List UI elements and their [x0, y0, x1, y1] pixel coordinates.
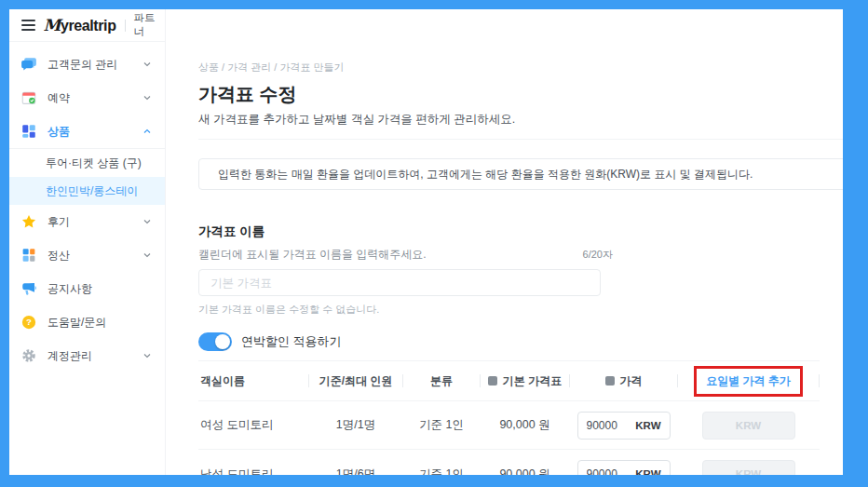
- partner-label: 파트너: [134, 11, 166, 39]
- chat-icon: [20, 56, 37, 73]
- col-header-room: 객실이름: [198, 373, 308, 389]
- sidebar-item-label: 후기: [47, 214, 131, 230]
- grid-icon: [20, 123, 37, 140]
- app-header: Myrealtrip 파트너: [9, 9, 165, 42]
- header-divider: [125, 20, 126, 32]
- chevron-down-icon: [142, 92, 153, 103]
- sidebar-item-label: 계정관리: [47, 348, 131, 364]
- sidebar-item-settlement[interactable]: 정산: [9, 238, 165, 272]
- room-name: 남성 도미토리: [198, 467, 308, 476]
- help-icon: ?: [20, 314, 37, 331]
- base-price: 90,000 원: [481, 417, 569, 433]
- sidebar-item-products[interactable]: 상품: [9, 115, 165, 148]
- page-subtitle: 새 가격표를 추가하고 날짜별 객실 가격을 편하게 관리하세요.: [198, 112, 843, 128]
- base-price: 90,000 원: [481, 467, 569, 476]
- sidebar-item-customer-inquiries[interactable]: 고객문의 관리: [9, 47, 165, 81]
- col-header-base-price: 기본 가격표: [481, 373, 569, 389]
- legend-square-icon: [605, 376, 615, 386]
- sidebar-item-label: 공지사항: [47, 281, 153, 297]
- chevron-down-icon: [142, 250, 153, 261]
- col-header-price: 가격: [570, 373, 677, 389]
- svg-text:?: ?: [26, 317, 32, 327]
- price-input[interactable]: [587, 419, 635, 432]
- sidebar-item-reservations[interactable]: 예약: [9, 81, 165, 115]
- sidebar-subitem-tour-ticket[interactable]: 투어·티켓 상품 (구): [9, 149, 165, 177]
- chevron-down-icon: [142, 59, 153, 70]
- chevron-down-icon: [142, 350, 153, 361]
- gear-icon: [20, 347, 37, 364]
- sidebar-item-label: 고객문의 관리: [47, 57, 131, 73]
- sidebar-item-label: 도움말/문의: [47, 315, 153, 331]
- app-logo[interactable]: Myrealtrip: [44, 16, 116, 34]
- currency-label: KRW: [635, 420, 660, 431]
- add-weekday-price-button[interactable]: 요일별 가격 추가: [706, 374, 791, 387]
- sidebar-item-label: 정산: [47, 248, 131, 264]
- toggle-label: 연박할인 적용하기: [241, 333, 342, 350]
- currency-label: KRW: [635, 468, 660, 475]
- calendar-icon: [20, 89, 37, 106]
- calculator-icon: [20, 247, 37, 264]
- app-frame: Myrealtrip 파트너 고객문의 관리 예약: [0, 0, 868, 487]
- weekday-price-disabled-input: KRW: [702, 412, 795, 440]
- col-header-capacity: 기준/최대 인원: [309, 373, 402, 389]
- room-name: 여성 도미토리: [198, 417, 308, 433]
- page-title: 가격표 수정: [198, 83, 843, 105]
- legend-square-icon: [488, 376, 497, 386]
- products-submenu: 투어·티켓 상품 (구) 한인민박/롱스테이: [9, 148, 165, 205]
- consecutive-night-discount-toggle[interactable]: [198, 332, 232, 351]
- col-header-weekday-price: 요일별 가격 추가: [678, 366, 819, 397]
- sidebar-nav: 고객문의 관리 예약 상품 투어·티켓 상품 (구) 한인민박/롱스테이: [9, 42, 165, 372]
- sidebar-item-label: 예약: [47, 90, 131, 106]
- main-content: 상품 / 가격 관리 / 가격표 만들기 가격표 수정 새 가격표를 추가하고 …: [166, 9, 843, 475]
- name-note: 기본 가격표 이름은 수정할 수 없습니다.: [198, 303, 843, 317]
- sidebar-item-reviews[interactable]: 후기: [9, 205, 165, 238]
- star-icon: [20, 213, 37, 230]
- notice-text: 입력한 통화는 매일 환율을 업데이트하여, 고객에게는 해당 환율을 적용한 …: [218, 167, 753, 183]
- column-divider: [819, 374, 820, 387]
- room-capacity: 1명/6명: [309, 467, 402, 476]
- room-category: 기준 1인: [403, 417, 480, 433]
- table-row: 남성 도미토리 1명/6명 기준 1인 90,000 원 KRW KRW: [198, 450, 820, 475]
- chevron-down-icon: [142, 216, 153, 227]
- table-header-row: 객실이름 기준/최대 인원 분류 기본 가격표 가격 요일: [198, 360, 820, 401]
- hamburger-menu-icon[interactable]: [21, 20, 35, 31]
- char-counter: 6/20자: [583, 248, 613, 262]
- price-table-name-input[interactable]: [198, 269, 601, 296]
- price-input-group: KRW: [577, 412, 671, 440]
- sidebar-item-label: 상품: [47, 124, 131, 140]
- weekday-price-disabled-input: KRW: [702, 460, 795, 475]
- name-help-text: 캘린더에 표시될 가격표 이름을 입력해주세요.: [198, 247, 427, 263]
- breadcrumb[interactable]: 상품 / 가격 관리 / 가격표 만들기: [198, 61, 843, 74]
- table-row: 여성 도미토리 1명/1명 기준 1인 90,000 원 KRW KRW: [198, 401, 820, 450]
- currency-notice-banner: 입력한 통화는 매일 환율을 업데이트하여, 고객에게는 해당 환율을 적용한 …: [198, 158, 843, 190]
- annotation-highlight-box: 요일별 가격 추가: [694, 366, 803, 397]
- price-table-name-label: 가격표 이름: [198, 223, 843, 240]
- price-input[interactable]: [587, 467, 635, 475]
- chevron-up-icon: [142, 126, 153, 137]
- room-capacity: 1명/1명: [309, 417, 402, 433]
- sidebar-subitem-guesthouse[interactable]: 한인민박/롱스테이: [9, 177, 165, 205]
- sidebar: Myrealtrip 파트너 고객문의 관리 예약: [9, 9, 166, 475]
- sidebar-item-help[interactable]: ? 도움말/문의: [9, 305, 165, 339]
- sidebar-item-notices[interactable]: 공지사항: [9, 272, 165, 305]
- room-category: 기준 1인: [403, 467, 480, 476]
- toggle-knob: [215, 334, 230, 349]
- col-header-category: 분류: [403, 373, 480, 389]
- megaphone-icon: [20, 280, 37, 297]
- section-divider: [198, 139, 843, 140]
- sidebar-item-account[interactable]: 계정관리: [9, 339, 165, 372]
- room-price-table: 객실이름 기준/최대 인원 분류 기본 가격표 가격 요일: [198, 360, 820, 475]
- price-input-group: KRW: [577, 460, 671, 475]
